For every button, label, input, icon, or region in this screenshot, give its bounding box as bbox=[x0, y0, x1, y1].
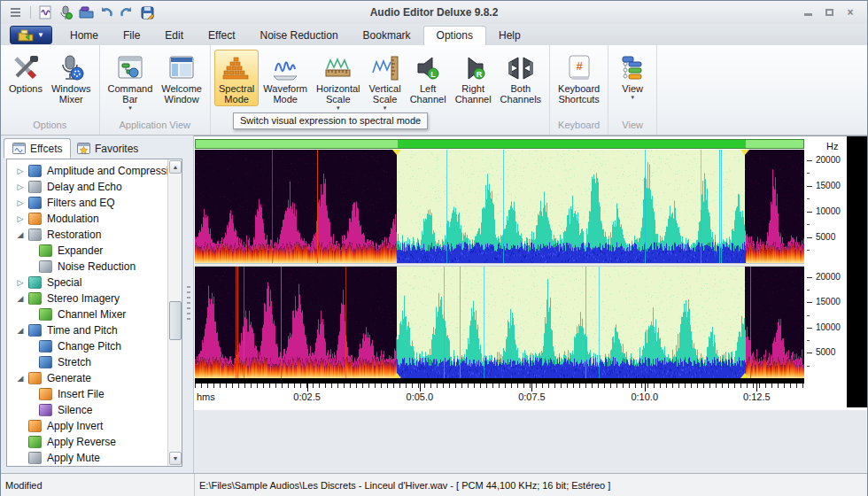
tree-item-filters-eq[interactable]: ▷Filters and EQ bbox=[7, 195, 182, 211]
keyboard-shortcuts-button[interactable]: # Keyboard Shortcuts bbox=[554, 50, 604, 106]
tree-item-apply-mute[interactable]: Apply Mute bbox=[7, 450, 182, 466]
scrollbar-thumb[interactable] bbox=[169, 301, 182, 340]
time-tick-label: 0:02.5 bbox=[293, 391, 321, 402]
application-menu-button[interactable]: ▼ bbox=[10, 26, 52, 44]
tree-item-noise-reduction[interactable]: Noise Reduction bbox=[7, 259, 182, 275]
command-bar-button[interactable]: Command Bar ▾ bbox=[104, 50, 158, 112]
spectral-mode-button[interactable]: Spectral Mode bbox=[214, 50, 259, 106]
tree-item-delay-echo[interactable]: ▷Delay and Echo bbox=[7, 179, 182, 195]
selection-end-marker-top[interactable] bbox=[740, 150, 749, 155]
save-icon[interactable] bbox=[139, 4, 155, 20]
selection-start-marker-top[interactable] bbox=[392, 150, 401, 155]
tree-item-generate[interactable]: ◢Generate bbox=[7, 370, 182, 386]
redo-icon[interactable] bbox=[119, 4, 135, 20]
freq-minor-tick bbox=[807, 340, 810, 341]
close-icon[interactable]: × bbox=[844, 6, 856, 19]
tree-item-amplitude[interactable]: ▷Amplitude and Compressi bbox=[7, 163, 182, 179]
tab-favorites[interactable]: Favorites bbox=[68, 138, 147, 159]
view-button[interactable]: View ▾ bbox=[612, 50, 653, 102]
tree-item-apply-invert[interactable]: Apply Invert bbox=[7, 418, 182, 434]
tab-effects[interactable]: Effcets bbox=[4, 138, 71, 159]
left-channel-button[interactable]: L Left Channel bbox=[406, 50, 451, 106]
group-label: Options bbox=[1, 120, 99, 135]
tree-item-restoration[interactable]: ◢Restoration bbox=[7, 227, 182, 243]
time-tick-label: 0:07.5 bbox=[518, 391, 546, 402]
tab-help[interactable]: Help bbox=[486, 27, 533, 45]
status-file-info: E:\Files\Sample Audios\Les Discrets - Li… bbox=[195, 474, 867, 496]
expander-icon bbox=[39, 244, 52, 257]
welcome-window-button[interactable]: Welcome Window bbox=[157, 50, 206, 106]
minimize-icon[interactable] bbox=[802, 6, 814, 19]
tree-item-special[interactable]: ▷Special bbox=[7, 275, 182, 291]
chevron-down-icon: ▾ bbox=[128, 105, 132, 111]
tree-item-change-pitch[interactable]: Change Pitch bbox=[7, 338, 182, 354]
tree-item-time-pitch[interactable]: ◢Time and Pitch bbox=[7, 322, 182, 338]
undo-icon[interactable] bbox=[98, 4, 114, 20]
tree-item-expander[interactable]: Expander bbox=[7, 243, 182, 259]
effects-tree: ▷Amplitude and Compressi ▷Delay and Echo… bbox=[6, 159, 182, 467]
tree-item-modulation[interactable]: ▷Modulation bbox=[7, 211, 182, 227]
chevron-down-icon: ▾ bbox=[384, 105, 387, 111]
tab-edit[interactable]: Edit bbox=[152, 27, 196, 45]
expand-icon[interactable]: ▷ bbox=[14, 214, 27, 223]
status-modified: Modified bbox=[1, 474, 195, 496]
windows-mixer-button[interactable]: Windows Mixer bbox=[47, 50, 96, 106]
tab-effect[interactable]: Effect bbox=[196, 27, 247, 45]
collapse-icon[interactable]: ◢ bbox=[14, 230, 27, 239]
app-window: Audio Editor Deluxe 9.8.2 × ▼ Home File … bbox=[0, 0, 868, 496]
menu-icon[interactable] bbox=[8, 4, 24, 20]
tab-noise-reduction[interactable]: Noise Reduction bbox=[248, 27, 351, 45]
collapse-icon[interactable]: ◢ bbox=[14, 326, 27, 335]
spectrogram-view[interactable] bbox=[195, 150, 804, 378]
collapse-icon[interactable]: ◢ bbox=[14, 374, 27, 383]
waveform-mode-icon bbox=[269, 53, 301, 83]
tab-file[interactable]: File bbox=[111, 27, 152, 45]
expand-icon[interactable]: ▷ bbox=[14, 278, 27, 287]
freq-tick bbox=[807, 237, 812, 238]
expand-icon[interactable]: ▷ bbox=[14, 198, 27, 207]
vertical-scale-button[interactable]: Vertical Scale ▾ bbox=[365, 50, 406, 112]
expand-icon[interactable]: ▷ bbox=[14, 167, 27, 175]
time-tick-label: 0:12.5 bbox=[743, 391, 771, 402]
tree-item-insert-file[interactable]: Insert File bbox=[7, 386, 182, 402]
svg-text:#: # bbox=[576, 59, 583, 73]
right-channel-button[interactable]: R Right Channel bbox=[451, 50, 496, 106]
selection-range[interactable] bbox=[398, 140, 746, 148]
horizontal-scale-button[interactable]: Horizontal Scale ▾ bbox=[312, 50, 365, 112]
freq-tick-label: 5000 bbox=[816, 347, 835, 357]
new-audio-icon[interactable] bbox=[37, 4, 53, 20]
expand-icon[interactable]: ▷ bbox=[14, 182, 27, 191]
scroll-down-icon[interactable]: ▼ bbox=[169, 452, 182, 465]
apply-mute-icon bbox=[28, 452, 42, 464]
tab-home[interactable]: Home bbox=[58, 27, 111, 45]
freq-tick-label: 10000 bbox=[816, 322, 841, 332]
scroll-up-icon[interactable]: ▲ bbox=[169, 160, 182, 174]
tab-options[interactable]: Options bbox=[423, 26, 486, 45]
spectral-editor[interactable]: hms 0:02.50:05.00:07.50:10.00:12.5 Hz 20… bbox=[194, 136, 867, 410]
tree-item-stereo-imagery[interactable]: ◢Stereo Imagery bbox=[7, 291, 182, 306]
tab-bookmark[interactable]: Bookmark bbox=[351, 27, 423, 45]
selection-overview-bar[interactable] bbox=[195, 139, 804, 149]
options-button[interactable]: Options bbox=[4, 50, 47, 96]
record-device-icon[interactable] bbox=[58, 4, 74, 20]
both-channels-button[interactable]: Both Channels bbox=[496, 50, 546, 106]
status-bar: Modified E:\Files\Sample Audios\Les Disc… bbox=[1, 473, 867, 496]
tree-item-silence[interactable]: Silence bbox=[7, 402, 182, 418]
tree-item-channel-mixer[interactable]: Channel Mixer bbox=[7, 306, 182, 322]
left-channel-spectrogram[interactable] bbox=[195, 150, 804, 263]
stretch-icon bbox=[39, 356, 52, 368]
both-channels-icon bbox=[505, 53, 537, 83]
keyboard-key-icon: # bbox=[563, 53, 595, 83]
selection-end-marker-bottom[interactable] bbox=[740, 373, 749, 378]
tree-item-stretch[interactable]: Stretch bbox=[7, 354, 182, 370]
tree-item-apply-reverse[interactable]: Apply Reverse bbox=[7, 434, 182, 450]
right-channel-spectrogram[interactable] bbox=[195, 267, 804, 378]
window-controls: × bbox=[802, 6, 867, 19]
selection-start-marker-bottom[interactable] bbox=[392, 373, 401, 378]
tree-scrollbar[interactable]: ▲ ▼ bbox=[167, 159, 182, 466]
collapse-icon[interactable]: ◢ bbox=[14, 294, 27, 303]
restore-icon[interactable] bbox=[823, 6, 835, 19]
open-file-icon[interactable] bbox=[78, 4, 94, 20]
waveform-mode-button[interactable]: Waveform Mode bbox=[259, 50, 312, 106]
panel-splitter[interactable] bbox=[187, 286, 190, 322]
